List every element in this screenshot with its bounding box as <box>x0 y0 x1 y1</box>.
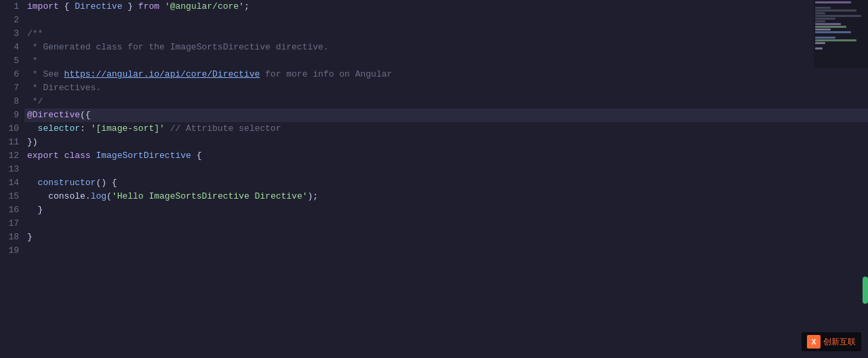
token-comment: * Directives. <box>27 83 101 93</box>
token-comment: for more info on Angular <box>260 69 392 79</box>
minimap-line <box>815 20 825 22</box>
code-line: export class ImageSortDirective { <box>24 149 868 163</box>
code-line: console.log('Hello ImageSortsDirective D… <box>24 190 868 203</box>
watermark-text: 创新互联 <box>823 336 856 348</box>
token-property: selector <box>27 123 80 134</box>
line-number: 16 <box>0 203 24 217</box>
code-editor: 12345678910111213141516171819 import { D… <box>0 0 868 358</box>
token-method: log <box>91 191 106 201</box>
token-punctuation: ); <box>308 191 319 201</box>
token-white: { <box>59 1 75 12</box>
code-line: constructor() { <box>24 176 868 190</box>
token-white <box>159 1 165 12</box>
code-line <box>24 244 868 258</box>
token-punctuation: }) <box>27 137 38 147</box>
line-number: 12 <box>0 149 24 163</box>
token-punctuation: ( <box>106 191 112 201</box>
code-line: * <box>24 54 868 68</box>
token-comment: * Generated class for the ImageSortsDire… <box>27 42 329 52</box>
minimap-line <box>815 37 835 39</box>
token-punctuation: } <box>27 232 33 242</box>
line-number: 9 <box>0 108 24 122</box>
minimap-line <box>815 28 831 31</box>
token-white: : <box>80 123 91 134</box>
code-content[interactable]: import { Directive } from '@angular/core… <box>24 0 868 358</box>
line-number: 15 <box>0 190 24 203</box>
token-comment: * See <box>27 69 64 79</box>
token-white: } <box>122 1 138 12</box>
token-white <box>59 151 64 161</box>
token-kw: export <box>27 151 59 161</box>
token-string: '@angular/core' <box>165 1 244 12</box>
minimap-line <box>815 9 856 12</box>
minimap-line <box>815 39 856 41</box>
minimap <box>814 0 868 68</box>
minimap-line <box>815 42 825 44</box>
token-fn-name: constructor <box>27 178 96 188</box>
line-number: 19 <box>0 244 24 258</box>
code-line: * See https://angular.io/api/core/Direct… <box>24 68 868 81</box>
token-class-name: Directive <box>75 1 122 12</box>
token-decorator: @Directive <box>27 110 80 120</box>
line-number: 8 <box>0 95 24 108</box>
code-line: /** <box>24 27 868 41</box>
token-link[interactable]: https://angular.io/api/core/Directive <box>64 69 260 79</box>
line-number: 18 <box>0 231 24 244</box>
watermark: X 创新互联 <box>802 332 861 351</box>
minimap-line <box>815 47 823 49</box>
line-number: 6 <box>0 68 24 81</box>
token-string: 'Hello ImageSortsDirective Directive' <box>112 191 308 201</box>
line-number: 17 <box>0 217 24 231</box>
token-string: '[image-sort]' <box>91 123 165 134</box>
line-number: 1 <box>0 0 24 14</box>
minimap-line <box>815 1 851 3</box>
token-punctuation: { <box>191 151 202 161</box>
scrollbar-indicator[interactable] <box>863 277 868 304</box>
code-line: selector: '[image-sort]' // Attribute se… <box>24 122 868 136</box>
minimap-line <box>815 15 861 17</box>
token-class-name: ImageSortDirective <box>96 151 191 161</box>
token-punctuation: () { <box>96 178 117 188</box>
token-punctuation: ; <box>244 1 250 12</box>
line-number: 11 <box>0 136 24 149</box>
token-kw: import <box>27 1 59 12</box>
code-line: }) <box>24 136 868 149</box>
code-line: * Directives. <box>24 81 868 95</box>
code-line <box>24 217 868 231</box>
minimap-line <box>815 12 825 14</box>
token-comment: */ <box>27 96 43 106</box>
line-number: 2 <box>0 14 24 27</box>
token-comment: // Attribute selector <box>165 123 281 134</box>
token-kw: from <box>138 1 159 12</box>
line-numbers: 12345678910111213141516171819 <box>0 0 24 358</box>
token-kw: class <box>64 151 91 161</box>
line-number: 13 <box>0 163 24 176</box>
minimap-line <box>815 18 835 20</box>
minimap-line <box>815 31 851 33</box>
line-number: 10 <box>0 122 24 136</box>
token-punctuation: ({ <box>80 110 91 120</box>
minimap-line <box>815 7 831 9</box>
code-line <box>24 163 868 176</box>
line-number: 7 <box>0 81 24 95</box>
token-comment: /** <box>27 28 43 39</box>
code-line: } <box>24 203 868 217</box>
code-line: */ <box>24 95 868 108</box>
token-comment: * <box>27 56 38 66</box>
token-punctuation: . <box>85 191 91 201</box>
line-number: 3 <box>0 27 24 41</box>
watermark-icon: X <box>807 335 821 349</box>
code-line: * Generated class for the ImageSortsDire… <box>24 41 868 54</box>
token-white: console <box>27 191 85 201</box>
code-line: @Directive({ <box>24 108 868 122</box>
line-number: 4 <box>0 41 24 54</box>
code-line <box>24 14 868 27</box>
line-number: 5 <box>0 54 24 68</box>
line-number: 14 <box>0 176 24 190</box>
code-line: import { Directive } from '@angular/core… <box>24 0 868 14</box>
code-line: } <box>24 231 868 244</box>
minimap-line <box>815 26 846 28</box>
token-punctuation: } <box>27 205 43 215</box>
minimap-line <box>815 23 841 25</box>
